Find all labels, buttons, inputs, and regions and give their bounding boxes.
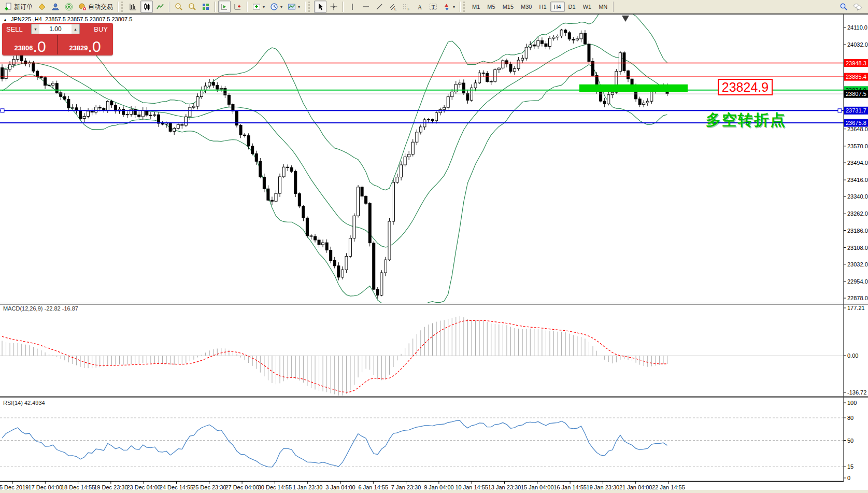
toolbar-separator [613, 2, 614, 12]
volume-value[interactable]: 1.00 [39, 24, 72, 34]
price-tick-label: 23340.0 [847, 193, 868, 200]
zoom-in-icon [175, 3, 183, 11]
macd-axis: 177.210.00-136.72 [844, 305, 866, 396]
timeframe-h1-button[interactable]: H1 [535, 2, 550, 12]
one-click-trading-panel: SELL ▼ 1.00 ▲ BUY 23806.0 23829.0 [2, 23, 113, 55]
price-axis[interactable]: 24110.024032.023648.023570.023494.023416… [844, 24, 868, 301]
price-tick-label: 23416.0 [847, 177, 868, 183]
volume-increase-button[interactable]: ▲ [72, 24, 79, 34]
price-marker-label: 23885.4 [846, 74, 866, 80]
rsi-levels [0, 418, 844, 467]
toolbar-separator [215, 2, 216, 12]
new-order-icon [4, 3, 12, 11]
ohlc-values: 23857.5 23857.5 23807.5 23807.5 [45, 16, 132, 22]
timeframe-w1-button[interactable]: W1 [579, 2, 595, 12]
svg-text:F: F [408, 7, 410, 11]
collapse-panel-icon[interactable]: ▲ [3, 18, 7, 22]
buy-button[interactable]: BUY [83, 24, 112, 34]
chart-window: 24110.024032.023648.023570.023494.023416… [0, 15, 868, 493]
price-marker-label: 23675.8 [846, 120, 866, 126]
pivot-note-text[interactable]: 多空转折点 [706, 110, 786, 131]
macd-tick-label: -136.72 [847, 389, 866, 396]
toolbar-separator [118, 2, 119, 12]
fibonacci-tool-button[interactable]: F [400, 1, 412, 13]
rsi-indicator-label: RSI(14) 42.4934 [3, 400, 45, 406]
bar-chart-icon [129, 3, 137, 11]
tile-windows-button[interactable] [200, 1, 212, 13]
data-window-button[interactable] [49, 1, 62, 13]
text-icon: A [416, 3, 424, 11]
channel-tool-button[interactable]: E [387, 1, 399, 13]
tile-windows-icon [202, 3, 210, 11]
buy-price[interactable]: 23829.0 [58, 35, 112, 54]
candle-chart-mode-button[interactable] [140, 1, 153, 13]
price-tick-label: 23570.0 [847, 143, 868, 149]
volume-decrease-button[interactable]: ▼ [32, 24, 39, 34]
toolbar-grip [121, 2, 125, 12]
search-icon [839, 3, 848, 11]
price-tick-label: 23494.0 [847, 160, 868, 166]
vertical-line-tool-button[interactable] [346, 1, 359, 13]
sell-price-main: 23806 [14, 43, 33, 53]
rsi-tick-label: 80 [847, 415, 853, 421]
horizontal-line-icon [362, 3, 370, 11]
auto-scroll-button[interactable] [218, 1, 231, 13]
chart-shift-marker[interactable] [622, 16, 629, 22]
sell-price[interactable]: 23806.0 [3, 35, 58, 54]
line-chart-mode-button[interactable] [154, 1, 166, 13]
new-order-button[interactable]: 新订单 [2, 1, 35, 13]
text-tool-button[interactable]: A [414, 1, 426, 13]
highlight-rectangle[interactable] [579, 84, 688, 92]
search-button[interactable] [837, 1, 850, 13]
fibonacci-icon: F [402, 3, 410, 11]
price-tick-label: 23032.0 [847, 261, 868, 267]
chart-shift-button[interactable] [232, 1, 244, 13]
arrows-tool-button[interactable]: ▾ [440, 1, 457, 13]
crosshair-tool-button[interactable] [328, 1, 340, 13]
price-tick-label: 23262.0 [847, 210, 868, 217]
sell-button[interactable]: SELL [3, 24, 31, 34]
dropdown-arrow-icon: ▾ [453, 5, 455, 9]
zoom-in-button[interactable] [173, 1, 185, 13]
symbol-period-label: JPN225-,H4 [11, 16, 42, 22]
autotrading-label: 自动交易 [88, 3, 113, 11]
cursor-tool-button[interactable] [314, 1, 326, 13]
price-tick-label: 22878.0 [847, 295, 868, 301]
line-handle [1, 109, 4, 112]
svg-text:E: E [394, 7, 397, 11]
dropdown-arrow-icon: ▾ [280, 5, 282, 9]
signal-icon [65, 3, 73, 11]
timeframe-m1-button[interactable]: M1 [468, 2, 483, 12]
time-axis[interactable]: 15 Dec 201917 Dec 04:0018 Dec 14:5519 De… [0, 482, 685, 490]
timeframe-m5-button[interactable]: M5 [483, 2, 499, 12]
equidistant-channel-icon: E [389, 3, 397, 11]
text-label-tool-button[interactable]: T [427, 1, 439, 13]
templates-button[interactable]: ▾ [286, 1, 302, 13]
rsi-line [2, 420, 667, 467]
timeframe-d1-button[interactable]: D1 [565, 2, 579, 12]
zoom-out-button[interactable] [186, 1, 198, 13]
market-watch-button[interactable] [36, 1, 48, 13]
periods-button[interactable]: ▾ [268, 1, 284, 13]
rsi-tick-label: 0 [847, 475, 850, 481]
timeframe-h4-button[interactable]: H4 [550, 2, 565, 12]
volume-stepper: ▼ 1.00 ▲ [31, 24, 80, 34]
horizontal-line-tool-button[interactable] [360, 1, 372, 13]
timeframe-m30-button[interactable]: M30 [517, 2, 535, 12]
macd-tick-label: 0.00 [847, 353, 858, 359]
indicators-button[interactable]: ▾ [250, 1, 267, 13]
signals-button[interactable] [63, 1, 75, 13]
price-annotation-box[interactable]: 23824.9 [718, 79, 773, 95]
svg-text:T: T [432, 4, 435, 10]
trendline-tool-button[interactable] [373, 1, 386, 13]
timeframe-m15-button[interactable]: M15 [499, 2, 517, 12]
chat-button[interactable] [851, 1, 864, 13]
chart-shift-icon [234, 3, 242, 11]
text-label-icon: T [429, 3, 437, 11]
timeframe-mn-button[interactable]: MN [595, 2, 611, 12]
autotrading-icon [78, 3, 87, 11]
bollinger-middle-line [2, 45, 667, 247]
sell-price-fraction: .0 [33, 40, 46, 53]
bar-chart-mode-button[interactable] [127, 1, 139, 13]
autotrading-button[interactable]: 自动交易 [76, 1, 115, 13]
